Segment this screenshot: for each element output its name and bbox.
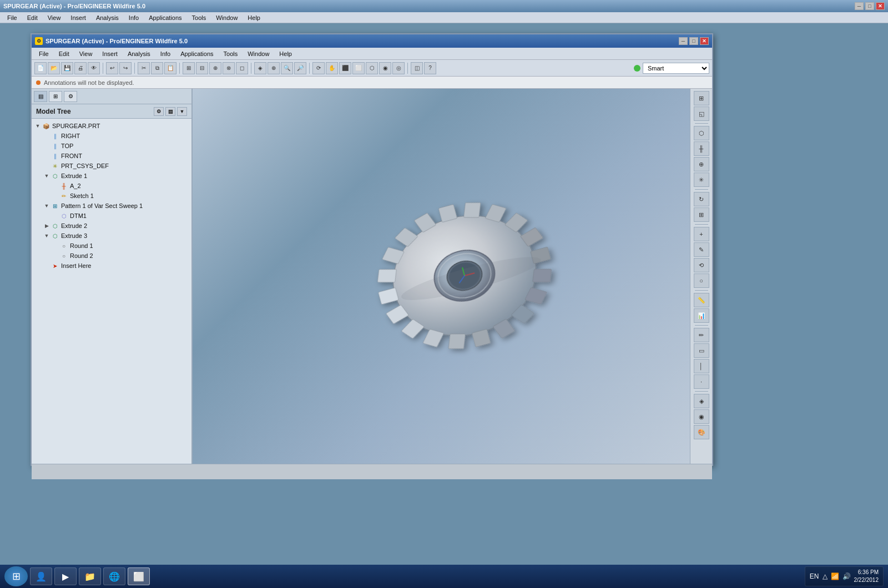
tb-zoom-out[interactable]: 🔎 [294, 62, 306, 74]
outer-menu-file[interactable]: File [3, 14, 22, 22]
tb-print[interactable]: 🖨 [74, 62, 87, 74]
tb-shade[interactable]: ◉ [379, 62, 391, 74]
rt-analysis[interactable]: 📊 [694, 308, 709, 323]
outer-menu-window[interactable]: Window [211, 14, 242, 22]
tree-item-a2[interactable]: ╫ A_2 [49, 181, 191, 191]
rt-datum-plane[interactable]: ▭ [694, 343, 709, 358]
outer-menu-help[interactable]: Help [243, 14, 265, 22]
tree-item-extrude2[interactable]: ▶ ⬡ Extrude 2 [41, 221, 191, 231]
menu-edit[interactable]: Edit [54, 49, 74, 58]
close-button[interactable]: ✕ [700, 37, 709, 45]
rt-point-display[interactable]: ⊕ [694, 157, 709, 171]
tb-undo[interactable]: ↩ [106, 62, 118, 74]
tree-item-round1[interactable]: ○ Round 1 [49, 241, 191, 251]
rt-spin[interactable]: ↻ [694, 192, 709, 206]
tree-expand-btn[interactable]: ▼ [177, 107, 187, 116]
tb-zoom-in[interactable]: 🔍 [281, 62, 293, 74]
tree-item-front[interactable]: ∥ FRONT [41, 151, 191, 161]
tb-hidden[interactable]: ⬜ [352, 62, 365, 74]
outer-menu-edit[interactable]: Edit [23, 14, 42, 22]
tb-open[interactable]: 📂 [48, 62, 60, 74]
minimize-button[interactable]: ─ [679, 37, 688, 45]
rt-datum-axis[interactable]: │ [694, 359, 709, 373]
tb-cut[interactable]: ✂ [138, 62, 150, 74]
menu-info[interactable]: Info [156, 49, 175, 58]
taskbar-app-folder[interactable]: 📁 [79, 567, 101, 585]
tb-feature4[interactable]: ⊗ [223, 62, 235, 74]
tree-item-spurgear[interactable]: ▼ 📦 SPURGEAR.PRT [32, 121, 191, 131]
taskbar-app-media[interactable]: ▶ [54, 567, 77, 585]
outer-close-button[interactable]: ✕ [876, 2, 885, 10]
menu-view[interactable]: View [75, 49, 97, 58]
menu-applications[interactable]: Applications [176, 49, 218, 58]
menu-insert[interactable]: Insert [98, 49, 122, 58]
tree-item-extrude1[interactable]: ▼ ⬡ Extrude 1 [41, 171, 191, 181]
rt-measure[interactable]: 📏 [694, 293, 709, 307]
start-button[interactable]: ⊞ [4, 566, 28, 586]
outer-menu-insert[interactable]: Insert [66, 14, 90, 22]
tree-item-insert-here[interactable]: ➤ Insert Here [41, 261, 191, 271]
tb-save[interactable]: 💾 [61, 62, 73, 74]
maximize-button[interactable]: □ [689, 37, 698, 45]
menu-file[interactable]: File [34, 49, 53, 58]
tree-item-dtm1[interactable]: ⬡ DTM1 [49, 211, 191, 221]
outer-menu-analysis[interactable]: Analysis [92, 14, 123, 22]
panel-tab-layers[interactable]: ⊞ [49, 91, 62, 102]
tb-repaint[interactable]: ⬛ [339, 62, 351, 74]
tb-copy[interactable]: ⧉ [151, 62, 163, 74]
tb-annotation[interactable]: ? [424, 62, 436, 74]
rt-sketch[interactable]: ✏ [694, 328, 709, 342]
outer-maximize-button[interactable]: □ [865, 2, 874, 10]
tb-pan[interactable]: ✋ [326, 62, 338, 74]
tree-item-right[interactable]: ∥ RIGHT [41, 131, 191, 141]
outer-minimize-button[interactable]: ─ [855, 2, 864, 10]
rt-view-named[interactable]: ◱ [694, 107, 709, 121]
tb-feature1[interactable]: ⊞ [183, 62, 195, 74]
rt-layer-visible[interactable]: ◈ [694, 394, 709, 408]
panel-tab-settings[interactable]: ⚙ [64, 91, 77, 102]
tree-item-top[interactable]: ∥ TOP [41, 141, 191, 151]
tb-rotate[interactable]: ⟳ [312, 62, 325, 74]
tb-paste[interactable]: 📋 [164, 62, 176, 74]
tb-datum[interactable]: ◫ [411, 62, 423, 74]
tb-redo[interactable]: ↪ [119, 62, 132, 74]
viewport[interactable] [193, 89, 690, 464]
tb-feature3[interactable]: ⊕ [209, 62, 221, 74]
tb-view-orient[interactable]: ◈ [254, 62, 266, 74]
smart-select[interactable]: Smart Datum Geometry Feature Body [643, 63, 709, 74]
outer-menu-view[interactable]: View [43, 14, 65, 22]
tree-item-round2[interactable]: ○ Round 2 [49, 251, 191, 261]
rt-feat-edit[interactable]: ✎ [694, 242, 709, 257]
rt-view-standard[interactable]: ⊞ [694, 91, 709, 105]
rt-feat-create[interactable]: + [694, 227, 709, 241]
tb-preview[interactable]: 👁 [88, 62, 100, 74]
taskbar-app-window[interactable]: ⬜ [128, 567, 150, 585]
tb-shadeEdge[interactable]: ◎ [392, 62, 405, 74]
panel-tab-tree[interactable]: ▤ [34, 91, 47, 102]
rt-axis-display[interactable]: ╫ [694, 141, 709, 156]
rt-datum-point[interactable]: · [694, 374, 709, 389]
taskbar-app-browser[interactable]: 🌐 [103, 567, 125, 585]
tb-view1[interactable]: ◻ [236, 62, 248, 74]
rt-layer-hide[interactable]: ◉ [694, 409, 709, 424]
tree-item-pattern1[interactable]: ▼ ⊞ Pattern 1 of Var Sect Sweep 1 [41, 201, 191, 211]
taskbar-app-user[interactable]: 👤 [30, 567, 52, 585]
outer-menu-tools[interactable]: Tools [188, 14, 211, 22]
menu-help[interactable]: Help [275, 49, 296, 58]
menu-analysis[interactable]: Analysis [123, 49, 155, 58]
menu-tools[interactable]: Tools [219, 49, 243, 58]
tree-item-extrude3[interactable]: ▼ ⬡ Extrude 3 [41, 231, 191, 241]
outer-menu-applications[interactable]: Applications [144, 14, 186, 22]
tb-view-zoom[interactable]: ⊕ [268, 62, 280, 74]
menu-window[interactable]: Window [243, 49, 274, 58]
rt-feat-redefine[interactable]: ⟲ [694, 258, 709, 272]
tree-columns-btn[interactable]: ▤ [165, 107, 175, 116]
outer-menu-info[interactable]: Info [124, 14, 143, 22]
rt-appearance[interactable]: 🎨 [694, 425, 709, 439]
tree-item-prt-csys[interactable]: ✳ PRT_CSYS_DEF [41, 161, 191, 171]
tree-settings-btn[interactable]: ⚙ [154, 107, 164, 116]
rt-csys-display[interactable]: ✳ [694, 173, 709, 187]
rt-plane-display[interactable]: ⬡ [694, 126, 709, 140]
rt-zoom-area[interactable]: ⊞ [694, 207, 709, 222]
tree-item-sketch1[interactable]: ✏ Sketch 1 [49, 191, 191, 201]
